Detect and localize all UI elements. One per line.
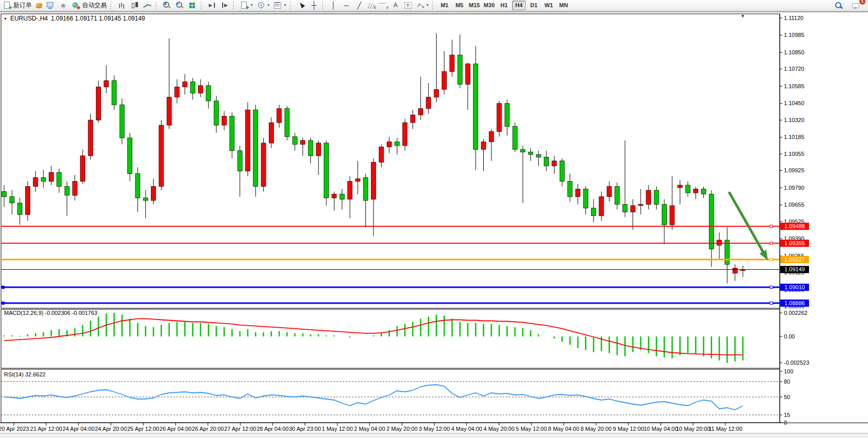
svg-text:0.002262: 0.002262 <box>784 310 807 316</box>
market-depth-button[interactable] <box>34 0 44 11</box>
line-handle[interactable] <box>770 286 773 289</box>
signals-icon <box>59 2 68 9</box>
timeframe-m5-button[interactable]: M5 <box>452 1 466 10</box>
new-order-label: 新订单 <box>13 1 32 10</box>
svg-text:1.10320: 1.10320 <box>784 117 804 123</box>
fibonacci-retracement-icon <box>379 2 387 9</box>
svg-text:28 Apr 04:00: 28 Apr 04:00 <box>257 426 288 432</box>
timeframe-m30-button[interactable]: M30 <box>482 1 496 10</box>
svg-text:24 Apr 04:00: 24 Apr 04:00 <box>63 426 94 432</box>
arrows-icon <box>416 2 425 9</box>
svg-text:3 May 12:00: 3 May 12:00 <box>419 426 450 432</box>
chevron-down-icon: ▾ <box>284 3 286 7</box>
price-tag-1.09488: 1.09488 <box>780 223 809 230</box>
svg-text:2 May 04:00: 2 May 04:00 <box>354 426 385 432</box>
vertical-line-button[interactable] <box>327 0 340 11</box>
price-tag-1.09010: 1.09010 <box>780 284 809 291</box>
new-order-button[interactable]: 新订单 <box>1 0 34 11</box>
chevron-down-icon: ▾ <box>251 3 253 7</box>
collapse-triangle-icon[interactable]: ▼ <box>4 17 7 21</box>
svg-text:0.00: 0.00 <box>784 333 795 340</box>
timeframe-m15-button[interactable]: M15 <box>467 1 481 10</box>
chart-canvas: MACD(12,26,9) -0.002306 -0.001763RSI(14)… <box>0 0 868 438</box>
main-toolbar: 新订单自动交易+−▾▾▾▾M1M5M15M30H1H4D1W1MN1 <box>0 0 868 11</box>
svg-text:1.08886: 1.08886 <box>784 300 805 306</box>
equidistant-channel-button[interactable] <box>366 0 377 11</box>
candlestick-chart-button[interactable] <box>128 0 141 11</box>
line-chart-button[interactable] <box>141 0 154 11</box>
timeframe-h4-button[interactable]: H4 <box>512 1 526 10</box>
line-handle[interactable] <box>770 258 773 261</box>
signals-button[interactable] <box>57 0 70 11</box>
cursor-icon <box>297 2 306 9</box>
fibonacci-retracement-button[interactable] <box>377 0 389 11</box>
chart-shift-marker[interactable]: ▼ <box>741 14 745 18</box>
market-depth-icon <box>35 3 43 8</box>
zoom-out-icon: − <box>175 2 184 9</box>
terminal-button[interactable] <box>44 0 57 11</box>
svg-text:10 May 04:00: 10 May 04:00 <box>644 426 678 432</box>
auto-trading-button[interactable]: 自动交易 <box>70 0 109 11</box>
text-button[interactable] <box>389 0 402 11</box>
search-button[interactable] <box>832 0 845 11</box>
rsi-label: RSI(14) 32.6622 <box>4 371 46 377</box>
text-label-icon <box>404 2 412 9</box>
zoom-in-icon: + <box>163 2 171 9</box>
svg-text:26 Apr 04:00: 26 Apr 04:00 <box>160 426 191 432</box>
toolbar-right-group: 1 <box>832 0 868 11</box>
svg-text:30 Apr 23:00: 30 Apr 23:00 <box>289 426 321 432</box>
svg-text:1.10185: 1.10185 <box>784 134 804 140</box>
chart-ohlc-quotes: 1.09166 1.09171 1.09145 1.09149 <box>51 15 145 22</box>
trendline-button[interactable] <box>353 0 366 11</box>
horizontal-line-button[interactable] <box>340 0 353 11</box>
timeframe-m1-button[interactable]: M1 <box>438 1 451 10</box>
zoom-in-button[interactable]: + <box>161 0 173 11</box>
toolbar-grip <box>290 2 293 9</box>
tile-windows-button[interactable] <box>186 0 199 11</box>
line-handle[interactable] <box>2 302 5 305</box>
svg-text:1.09790: 1.09790 <box>784 185 804 191</box>
auto-trading-label: 自动交易 <box>82 1 107 10</box>
notifications-button[interactable]: 1 <box>850 0 863 11</box>
line-handle[interactable] <box>770 225 773 228</box>
chart-shift-button[interactable] <box>219 0 231 11</box>
svg-text:1 May 12:00: 1 May 12:00 <box>322 426 353 432</box>
svg-text:20 Apr 2023: 20 Apr 2023 <box>0 426 29 432</box>
candlestick-chart-icon <box>130 2 139 9</box>
line-handle[interactable] <box>770 242 773 245</box>
svg-text:4 May 20:00: 4 May 20:00 <box>484 426 515 432</box>
new-chart-button[interactable]: ▾ <box>238 0 255 11</box>
svg-text:1.10720: 1.10720 <box>784 66 804 72</box>
horizontal-line-icon <box>342 2 351 9</box>
new-chart-icon <box>240 2 249 9</box>
svg-text:1.09010: 1.09010 <box>784 284 805 290</box>
svg-text:11 May 12:00: 11 May 12:00 <box>708 426 742 432</box>
svg-text:1.11120: 1.11120 <box>784 15 803 21</box>
svg-text:1.09149: 1.09149 <box>784 266 805 272</box>
bar-chart-button[interactable] <box>115 0 128 11</box>
price-tag-1.09227: 1.09227 <box>780 256 809 263</box>
timeframe-d1-button[interactable]: D1 <box>527 1 541 10</box>
vertical-line-icon <box>329 2 338 9</box>
text-label-button[interactable] <box>402 0 414 11</box>
auto-scroll-button[interactable] <box>206 0 219 11</box>
bar-chart-icon <box>117 2 126 9</box>
timeframe-h1-button[interactable]: H1 <box>497 1 511 10</box>
svg-text:2 May 20:00: 2 May 20:00 <box>386 426 418 432</box>
periods-button[interactable]: ▾ <box>255 0 272 11</box>
line-handle[interactable] <box>2 286 5 289</box>
cursor-button[interactable] <box>295 0 308 11</box>
svg-text:10 May 20:00: 10 May 20:00 <box>676 426 711 432</box>
zoom-out-button[interactable]: − <box>173 0 186 11</box>
line-chart-icon <box>143 2 152 9</box>
crosshair-button[interactable] <box>308 0 321 11</box>
line-handle[interactable] <box>770 302 773 305</box>
svg-text:9 May 12:00: 9 May 12:00 <box>613 426 644 432</box>
tile-windows-icon <box>188 2 197 9</box>
timeframe-w1-button[interactable]: W1 <box>542 1 556 10</box>
templates-button[interactable]: ▾ <box>271 0 288 11</box>
chart-title: ▼ EURUSD-,H4 1.09166 1.09171 1.09145 1.0… <box>4 15 145 22</box>
svg-text:80: 80 <box>784 379 790 385</box>
arrows-button[interactable]: ▾ <box>414 0 431 11</box>
timeframe-mn-button[interactable]: MN <box>557 1 570 10</box>
